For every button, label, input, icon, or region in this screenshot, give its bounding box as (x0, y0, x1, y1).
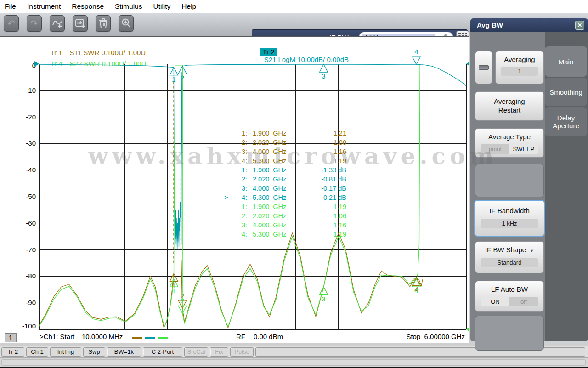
tab-main[interactable]: Main (545, 46, 587, 77)
reference-level-indicator[interactable] (34, 61, 39, 67)
average-type-button[interactable]: Average Type point SWEEP (475, 128, 544, 158)
lf-auto-bw-toggle[interactable]: ON off (481, 297, 538, 306)
blank-softkey-1 (475, 164, 544, 197)
y-axis-tick-label: -100 (22, 322, 36, 330)
averaging-button[interactable]: Averaging 1 (495, 51, 544, 84)
status-item-srccal: SrcCal (184, 347, 208, 357)
average-type-toggle[interactable]: point SWEEP (481, 144, 538, 154)
marker-3-s22-swr[interactable]: 3 (319, 287, 328, 303)
marker-3-s21-logm[interactable]: 3 (319, 64, 328, 80)
rf-value: 0.00 dBm (254, 333, 283, 340)
marker-readout-row: 1:1.900 GHz1.21 (224, 129, 346, 138)
redo-button[interactable]: ↷ (27, 15, 42, 32)
legend-dash-tr1 (132, 337, 142, 339)
averaging-toggle-button[interactable] (475, 51, 492, 84)
marker-4-s22-swr[interactable]: 4 (412, 279, 420, 294)
y-axis-tick-label: -20 (26, 113, 36, 121)
delete-button[interactable] (96, 15, 111, 32)
channel-number-button[interactable]: 1 (5, 333, 17, 342)
svg-text:2: 2 (181, 297, 184, 305)
marker-readout-row: 2:2.020 GHz1.06 (224, 211, 346, 221)
marker-readout-row: 3:4.000 GHz1.16 (224, 221, 346, 230)
marker-readout-table: 1:1.900 GHz1.212:2.020 GHz1.083:4.000 GH… (224, 129, 346, 239)
stop-frequency: Stop 6.00000 GHz (395, 333, 465, 340)
menu-item-instrument[interactable]: Instrument (27, 2, 61, 11)
y-axis-tick-label: -80 (26, 272, 36, 280)
y-axis-tick-label: -60 (26, 219, 36, 227)
marker-readout-row: 3:4.000 GHz-0.17 dB (224, 184, 346, 193)
menu-item-help[interactable]: Help (181, 2, 196, 11)
if-bw-shape-value: Standard (481, 258, 538, 267)
dropdown-arrow-icon: ▼ (530, 249, 534, 253)
averaging-restart-button[interactable]: Averaging Restart (475, 91, 544, 121)
channel-start-value: 10.0000 MHz (82, 333, 123, 340)
svg-text:1: 1 (172, 75, 175, 83)
tab-delay-aperture[interactable]: Delay Aperture (545, 107, 587, 136)
status-item-fix: Fix (210, 347, 228, 357)
marker-readout-row: 3:4.000 GHz1.16 (224, 147, 346, 156)
marker-readout-row: 2:2.020 GHz1.08 (224, 138, 346, 147)
svg-text:2: 2 (181, 74, 184, 82)
averaging-led-icon (479, 65, 489, 70)
marker-readout-row: 4:5.300 GHz1.19 (224, 230, 346, 239)
menu-item-utility[interactable]: Utility (153, 2, 170, 11)
svg-text:1: 1 (172, 287, 175, 294)
legend-dash-tr4 (158, 337, 168, 339)
redo-icon: ↷ (30, 19, 38, 28)
trace-s11-swr (181, 233, 423, 328)
add-channel-button[interactable]: Ch (73, 15, 88, 32)
if-bandwidth-button[interactable]: IF Bandwidth 1 kHz (474, 200, 545, 237)
status-item-ch-1[interactable]: Ch 1 (26, 347, 48, 357)
svg-text:4: 4 (414, 48, 418, 56)
if-bandwidth-value: 1 kHz (481, 219, 538, 228)
menu-item-file[interactable]: File (5, 2, 16, 11)
trace-s11-swr (39, 274, 174, 328)
add-trace-button[interactable] (50, 15, 65, 32)
marker-readout-row: >4:5.300 GHz-0.21 dB (224, 193, 346, 202)
marker-4-s21-logm[interactable]: 4 (412, 48, 420, 64)
status-item-tr-2[interactable]: Tr 2 (1, 347, 24, 357)
menu-item-response[interactable]: Response (72, 2, 104, 11)
panel-title: Avg BW (470, 18, 588, 32)
status-item-bw-1k[interactable]: BW=1k (107, 347, 141, 357)
marker-readout-row: 2:2.020 GHz-0.81 dB (224, 175, 346, 184)
trash-icon (98, 18, 108, 29)
channel-bar: 1 >Ch1: Start 10.0000 MHz RF 0.00 dBm St… (0, 333, 469, 344)
svg-text:3: 3 (322, 72, 325, 80)
y-axis-tick-label: -10 (26, 86, 36, 94)
close-button[interactable]: ✕ (575, 21, 584, 30)
menu-item-stimulus[interactable]: Stimulus (115, 2, 142, 11)
marker-readout-row: 4:5.300 GHz1.19 (224, 156, 346, 165)
status-item-swp[interactable]: Swp (83, 347, 105, 357)
lf-auto-bw-button[interactable]: LF Auto BW ON off (475, 281, 544, 312)
rf-label: RF (236, 333, 245, 340)
channel-start-label: >Ch1: Start (40, 333, 74, 340)
undo-icon: ↶ (7, 19, 15, 28)
blank-softkey-2 (475, 316, 544, 351)
add-trace-icon (52, 18, 63, 29)
zoom-button[interactable] (119, 15, 134, 32)
y-axis-tick-label: -70 (26, 246, 36, 254)
undo-button[interactable]: ↶ (4, 15, 19, 32)
svg-text:Ch: Ch (77, 21, 82, 25)
panel-body: MainSmoothingDelay Aperture Averaging 1 … (470, 32, 588, 341)
plot-region: Tr 1S11 SWR 0.100U/ 1.00U Tr 4S22 SWR 0.… (0, 36, 469, 343)
panel-tab-column: MainSmoothingDelay Aperture (545, 32, 588, 341)
legend-dash-tr2 (145, 337, 155, 339)
marker-readout-row: 1:1.900 GHz-1.33 dB (224, 165, 346, 175)
status-item-c-2-port[interactable]: C 2-Port (143, 347, 182, 357)
add-channel-icon: Ch (75, 18, 86, 29)
zoom-icon (121, 18, 132, 29)
averaging-value: 1 (501, 67, 538, 76)
y-axis-tick-label: -30 (26, 139, 36, 147)
reference-level-indicator[interactable] (466, 327, 469, 332)
status-item-inttrig[interactable]: IntTrig (50, 347, 81, 357)
reference-level-indicator[interactable] (466, 61, 469, 67)
avg-bw-panel: Avg BW ✕ MainSmoothingDelay Aperture Ave… (470, 18, 588, 341)
y-axis-tick-label: -50 (26, 192, 36, 200)
svg-text:4: 4 (414, 287, 418, 294)
tab-smoothing[interactable]: Smoothing (545, 78, 587, 106)
menu-bar: FileInstrumentResponseStimulusUtilityHel… (0, 0, 588, 13)
y-axis-tick-label: -40 (26, 166, 36, 174)
if-bw-shape-button[interactable]: IF BW Shape▼ Standard (475, 241, 544, 273)
